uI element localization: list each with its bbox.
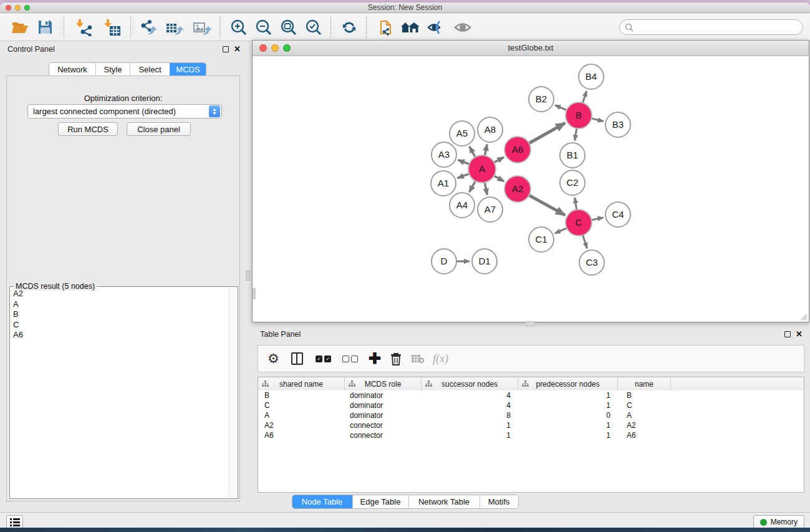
edge-B-B1[interactable] (575, 127, 577, 141)
node-A4[interactable]: A4 (450, 193, 475, 218)
edge-A-A7[interactable] (485, 181, 487, 195)
close-table-panel-icon[interactable]: ✕ (796, 331, 803, 337)
memory-button[interactable]: Memory (753, 515, 804, 528)
network-canvas[interactable]: B4B2BB3A5A8A6A3B1AA1A2C2A4A7C4CC1DD1C3 (253, 56, 809, 322)
table-row[interactable]: Bdominator41B (258, 390, 804, 400)
delete-column-icon[interactable] (390, 349, 402, 368)
node-A6[interactable]: A6 (504, 137, 531, 163)
import-table-icon[interactable] (100, 16, 125, 39)
node-B4[interactable]: B4 (579, 64, 604, 89)
tab-edge-table[interactable]: Edge Table (352, 495, 408, 508)
open-file-icon[interactable] (7, 16, 32, 39)
tab-style[interactable]: Style (95, 63, 130, 76)
float-panel-icon[interactable] (223, 46, 229, 52)
horizontal-splitter-handle[interactable] (526, 321, 534, 326)
tab-motifs[interactable]: Motifs (480, 495, 518, 508)
tab-mcds[interactable]: MCDS (170, 63, 206, 76)
tab-node-table[interactable]: Node Table (292, 495, 352, 508)
refresh-icon[interactable] (337, 16, 362, 39)
result-list-item[interactable]: C (11, 320, 228, 331)
vertical-splitter-handle[interactable] (246, 271, 250, 281)
column-header-shared-name[interactable]: shared name (258, 377, 345, 390)
node-C3[interactable]: C3 (579, 250, 604, 275)
zoom-fit-icon[interactable] (276, 16, 301, 39)
delete-table-icon[interactable] (411, 349, 425, 368)
result-list-item[interactable]: A6 (11, 330, 228, 341)
node-B2[interactable]: B2 (529, 87, 554, 112)
task-history-button[interactable] (6, 515, 23, 528)
node-A3[interactable]: A3 (432, 142, 456, 167)
edge-A-A5[interactable] (470, 147, 476, 158)
zoom-selected-icon[interactable] (301, 16, 326, 39)
network-graph[interactable]: B4B2BB3A5A8A6A3B1AA1A2C2A4A7C4CC1DD1C3 (253, 56, 809, 322)
home-network-icon[interactable] (398, 16, 423, 39)
node-A7[interactable]: A7 (478, 197, 503, 222)
edge-A-A4[interactable] (470, 180, 476, 192)
import-network-icon[interactable] (72, 16, 97, 39)
node-C[interactable]: C (566, 210, 592, 236)
close-panel-button[interactable]: Close panel (127, 122, 191, 136)
function-builder-icon[interactable]: f(x) (433, 349, 448, 368)
show-graphics-icon[interactable] (450, 16, 475, 39)
node-D[interactable]: D (432, 249, 456, 274)
canvas-scrollbar-thumb[interactable] (253, 288, 256, 299)
select-all-icon[interactable]: ✓✓ (315, 349, 332, 368)
edge-A-A2[interactable] (493, 175, 504, 181)
tab-select[interactable]: Select (130, 63, 170, 76)
node-A[interactable]: A (468, 155, 496, 183)
node-B[interactable]: B (566, 102, 592, 128)
hide-graphics-icon[interactable] (423, 16, 448, 39)
column-visibility-icon[interactable] (291, 349, 303, 368)
result-list-item[interactable]: B (11, 309, 228, 320)
column-header-predecessor-nodes[interactable]: predecessor nodes (518, 377, 618, 390)
column-header-MCDS-role[interactable]: MCDS role (345, 377, 422, 390)
edge-A2-C[interactable] (528, 195, 565, 215)
network-window-titlebar[interactable]: testGlobe.txt (253, 41, 809, 56)
close-panel-icon[interactable]: ✕ (234, 46, 241, 52)
node-C1[interactable]: C1 (529, 227, 554, 252)
result-list-item[interactable]: A (11, 299, 228, 310)
search-input[interactable] (637, 22, 803, 32)
node-A1[interactable]: A1 (431, 171, 456, 196)
add-column-icon[interactable]: ✚ (369, 349, 381, 368)
resize-grip-icon[interactable] (800, 313, 808, 321)
network-from-file-icon[interactable] (373, 16, 398, 39)
edge-C-C2[interactable] (575, 198, 577, 211)
node-A2[interactable]: A2 (504, 176, 531, 202)
search-box[interactable] (619, 19, 803, 35)
node-B1[interactable]: B1 (560, 143, 585, 168)
float-table-panel-icon[interactable] (784, 331, 791, 337)
table-row[interactable]: Adominator80A (258, 410, 804, 420)
criterion-dropdown[interactable]: largest connected component (directed) (27, 104, 222, 118)
node-A8[interactable]: A8 (478, 117, 503, 142)
export-table-icon[interactable] (162, 16, 187, 39)
edge-B-B4[interactable] (582, 91, 587, 104)
settings-gear-icon[interactable]: ⚙ (268, 349, 279, 368)
edge-A-A1[interactable] (458, 173, 471, 178)
result-scrollbar[interactable] (229, 287, 238, 498)
table-row[interactable]: A2connector11A2 (258, 420, 804, 430)
node-D1[interactable]: D1 (472, 249, 497, 274)
tab-network-table[interactable]: Network Table (408, 495, 480, 508)
edge-B-B3[interactable] (590, 118, 603, 121)
column-header-successor-nodes[interactable]: successor nodes (422, 377, 518, 390)
zoom-in-icon[interactable] (226, 16, 251, 39)
run-mcds-button[interactable]: Run MCDS (58, 122, 118, 136)
mcds-result-list[interactable]: A2ABCA6 (11, 289, 228, 498)
column-header-name[interactable]: name (618, 377, 671, 390)
edge-C-C1[interactable] (555, 228, 568, 233)
save-session-icon[interactable] (32, 16, 57, 39)
export-network-icon[interactable] (136, 16, 161, 39)
node-B3[interactable]: B3 (605, 112, 630, 137)
edge-A-A3[interactable] (458, 160, 470, 164)
edge-A-A8[interactable] (485, 145, 487, 157)
edge-C-C4[interactable] (591, 218, 604, 220)
tab-network[interactable]: Network (49, 63, 95, 76)
table-row[interactable]: Cdominator41C (258, 400, 804, 410)
node-C2[interactable]: C2 (560, 170, 585, 195)
export-image-icon[interactable] (190, 16, 215, 39)
edge-C-C3[interactable] (582, 234, 587, 248)
table-row[interactable]: A6connector11A6 (258, 430, 804, 440)
result-list-item[interactable]: A2 (11, 289, 228, 299)
edge-A6-B[interactable] (528, 123, 566, 143)
